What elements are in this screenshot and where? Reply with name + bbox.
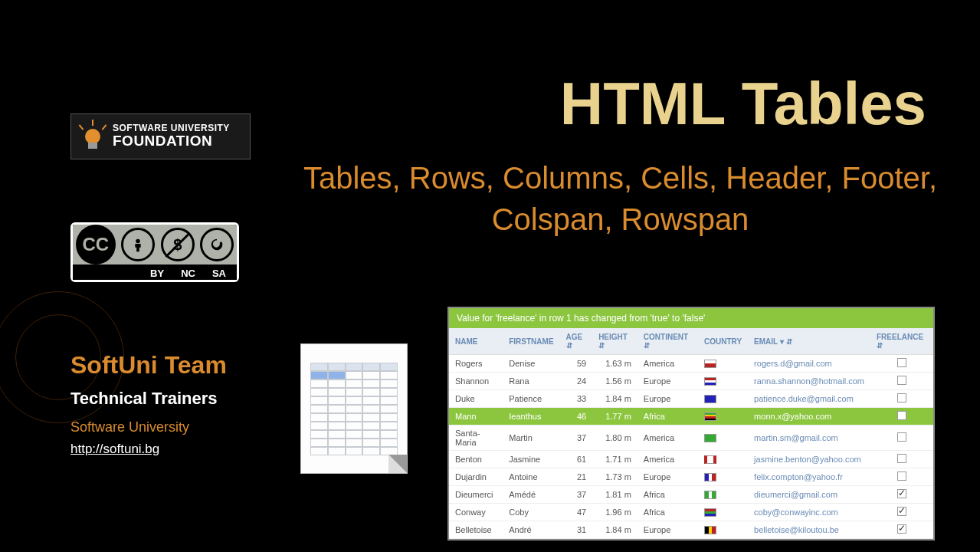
flag-icon bbox=[704, 473, 716, 481]
flag-icon bbox=[704, 434, 716, 442]
cc-icon: CC bbox=[76, 225, 116, 264]
freelance-checkbox[interactable] bbox=[897, 489, 906, 498]
flag-icon bbox=[704, 508, 716, 517]
table-row[interactable]: ShannonRana241.56 mEuroperanna.shannon@h… bbox=[449, 373, 933, 390]
table-row[interactable]: DukePatience331.84 mEuropepatience.duke@… bbox=[449, 390, 933, 408]
column-header[interactable]: COUNTRY bbox=[698, 328, 748, 355]
flag-icon bbox=[704, 491, 716, 499]
cc-by-label: BY bbox=[150, 268, 164, 279]
team-role: Technical Trainers bbox=[70, 389, 227, 409]
sharealike-icon bbox=[200, 228, 234, 261]
freelance-checkbox[interactable] bbox=[897, 393, 906, 402]
attribution-icon bbox=[121, 228, 155, 261]
column-header[interactable]: CONTINENT ⇵ bbox=[637, 328, 698, 355]
softuni-foundation-logo: SOFTWARE UNIVERSITY FOUNDATION bbox=[70, 113, 251, 159]
table-row[interactable]: MannIeanthus461.77 mAfricamonn.x@yahoo.c… bbox=[449, 408, 933, 426]
column-header[interactable]: FIRSTNAME bbox=[503, 328, 559, 355]
cc-license-badge: CC $ BY NC SA bbox=[70, 222, 239, 282]
column-header[interactable]: EMAIL ▾ ⇵ bbox=[748, 328, 870, 355]
credits-block: SoftUni Team Technical Trainers Software… bbox=[70, 351, 227, 457]
slide-title: HTML Tables bbox=[560, 69, 926, 139]
website-link[interactable]: http://softuni.bg bbox=[70, 442, 159, 456]
logo-line2: FOUNDATION bbox=[113, 133, 230, 150]
cc-nc-label: NC bbox=[181, 268, 195, 279]
freelance-checkbox[interactable] bbox=[897, 472, 906, 481]
column-header[interactable]: NAME bbox=[449, 328, 503, 355]
flag-icon bbox=[704, 395, 716, 403]
noncommercial-icon: $ bbox=[161, 228, 195, 261]
flag-icon bbox=[704, 412, 716, 421]
freelance-checkbox[interactable] bbox=[897, 411, 906, 420]
flag-icon bbox=[704, 377, 716, 386]
organization: Software University bbox=[70, 419, 227, 435]
team-name: SoftUni Team bbox=[70, 351, 227, 380]
freelance-checkbox[interactable] bbox=[897, 376, 906, 385]
cc-sa-label: SA bbox=[212, 268, 226, 279]
table-row[interactable]: RogersDenise591.63 mAmericarogers.d@gmai… bbox=[449, 355, 933, 373]
column-header[interactable]: FREELANCE ⇵ bbox=[870, 328, 933, 355]
freelance-checkbox[interactable] bbox=[897, 432, 906, 442]
svg-point-0 bbox=[136, 239, 141, 244]
data-table: NAMEFIRSTNAMEAGE ⇵HEIGHT ⇵CONTINENT ⇵COU… bbox=[449, 328, 933, 539]
spreadsheet-icon bbox=[300, 343, 408, 474]
column-header[interactable]: HEIGHT ⇵ bbox=[592, 328, 637, 355]
change-notice: Value for 'freelance' in row 1 has chang… bbox=[449, 308, 933, 328]
sample-table-screenshot: Value for 'freelance' in row 1 has chang… bbox=[447, 307, 935, 540]
freelance-checkbox[interactable] bbox=[897, 524, 906, 534]
table-row[interactable]: DujardinAntoine211.73 mEuropefelix.compt… bbox=[449, 468, 933, 486]
freelance-checkbox[interactable] bbox=[897, 358, 906, 367]
slide-subtitle: Tables, Rows, Columns, Cells, Header, Fo… bbox=[299, 157, 942, 240]
table-row[interactable]: DieumerciAmédé371.81 mAfricadieumerci@gm… bbox=[449, 486, 933, 504]
table-row[interactable]: BelletoiseAndré311.84 mEuropebelletoise@… bbox=[449, 521, 933, 539]
column-header[interactable]: AGE ⇵ bbox=[560, 328, 593, 355]
table-row[interactable]: BentonJasmine611.71 mAmericajasmine.bent… bbox=[449, 451, 933, 468]
lightbulb-icon bbox=[79, 120, 107, 153]
flag-icon bbox=[704, 360, 716, 368]
table-row[interactable]: ConwayCoby471.96 mAfricacoby@conwayinc.c… bbox=[449, 504, 933, 521]
freelance-checkbox[interactable] bbox=[897, 507, 906, 516]
flag-icon bbox=[704, 455, 716, 464]
flag-icon bbox=[704, 526, 716, 534]
freelance-checkbox[interactable] bbox=[897, 454, 906, 463]
table-row[interactable]: Santa-MariaMartin371.80 mAmericamartin.s… bbox=[449, 426, 933, 451]
